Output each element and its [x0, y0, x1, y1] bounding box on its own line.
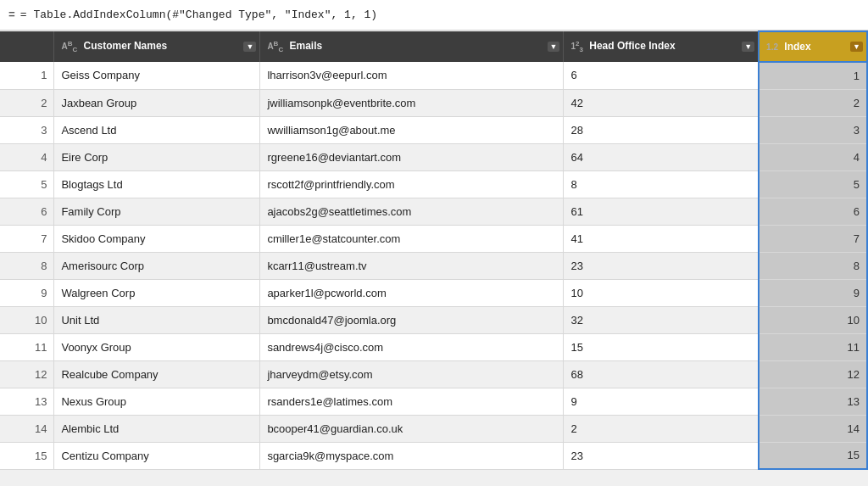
- cell-row-num: 4: [0, 143, 54, 170]
- table-row: 3Ascend Ltdwwilliamson1g@about.me283: [0, 116, 867, 143]
- cell-head-office: 23: [564, 252, 759, 279]
- cell-row-num: 13: [0, 388, 54, 415]
- table-body: 1Geiss Companylharrison3v@eepurl.com612J…: [0, 62, 867, 469]
- cell-email: kcarr11@ustream.tv: [260, 252, 564, 279]
- table-row: 2Jaxbean Groupjwilliamsonpk@eventbrite.c…: [0, 89, 867, 116]
- cell-head-office: 8: [564, 170, 759, 198]
- table-row: 1Geiss Companylharrison3v@eepurl.com61: [0, 62, 867, 89]
- cell-index: 7: [759, 225, 867, 252]
- cell-index: 4: [759, 143, 867, 170]
- cell-row-num: 5: [0, 170, 54, 198]
- cell-row-num: 15: [0, 442, 54, 469]
- cell-head-office: 15: [564, 333, 759, 360]
- num-icon-head-office: 123: [570, 42, 582, 51]
- cell-customer-name: Amerisourc Corp: [54, 252, 260, 279]
- table-row: 5Blogtags Ltdrscott2f@printfriendly.com8…: [0, 170, 867, 198]
- cell-email: jharveydm@etsy.com: [260, 360, 564, 388]
- cell-email: rscott2f@printfriendly.com: [260, 170, 564, 198]
- col-header-customer-names[interactable]: ABC Customer Names ▼: [54, 31, 260, 62]
- cell-customer-name: Unit Ltd: [54, 306, 260, 333]
- table-row: 14Alembic Ltdbcooper41@guardian.co.uk214: [0, 415, 867, 442]
- table-row: 12Realcube Companyjharveydm@etsy.com6812: [0, 360, 867, 388]
- cell-index: 15: [759, 442, 867, 469]
- cell-index: 2: [759, 89, 867, 116]
- cell-index: 11: [759, 333, 867, 360]
- table-row: 4Eire Corprgreene16@deviantart.com644: [0, 143, 867, 170]
- table-row: 6Family Corpajacobs2g@seattletimes.com61…: [0, 198, 867, 225]
- dropdown-arrow-customer[interactable]: ▼: [243, 42, 256, 52]
- data-table-container: ABC Customer Names ▼ ABC Emails ▼ 123 He…: [0, 31, 868, 486]
- cell-head-office: 41: [564, 225, 759, 252]
- table-header-row: ABC Customer Names ▼ ABC Emails ▼ 123 He…: [0, 31, 867, 62]
- cell-index: 1: [759, 62, 867, 89]
- dropdown-arrow-emails[interactable]: ▼: [548, 42, 560, 52]
- cell-customer-name: Ascend Ltd: [54, 116, 260, 143]
- cell-head-office: 32: [564, 306, 759, 333]
- cell-customer-name: Skidoo Company: [54, 225, 260, 252]
- cell-customer-name: Walgreen Corp: [54, 279, 260, 306]
- cell-row-num: 11: [0, 333, 54, 360]
- cell-email: rgreene16@deviantart.com: [260, 143, 564, 170]
- cell-customer-name: Alembic Ltd: [54, 415, 260, 442]
- cell-customer-name: Eire Corp: [54, 143, 260, 170]
- cell-email: lharrison3v@eepurl.com: [260, 62, 564, 89]
- cell-email: aparker1l@pcworld.com: [260, 279, 564, 306]
- num-icon-index: 1.2: [766, 42, 778, 52]
- col-header-rownum: [0, 31, 54, 62]
- cell-customer-name: Family Corp: [54, 198, 260, 225]
- col-header-index[interactable]: 1.2 Index ▼: [759, 31, 867, 62]
- table-row: 10Unit Ltdbmcdonald47@joomla.org3210: [0, 306, 867, 333]
- cell-customer-name: Realcube Company: [54, 360, 260, 388]
- col-header-head-office[interactable]: 123 Head Office Index ▼: [564, 31, 759, 62]
- cell-head-office: 28: [564, 116, 759, 143]
- cell-row-num: 12: [0, 360, 54, 388]
- cell-row-num: 10: [0, 306, 54, 333]
- cell-email: sgarcia9k@myspace.com: [260, 442, 564, 469]
- cell-head-office: 42: [564, 89, 759, 116]
- table-row: 9Walgreen Corpaparker1l@pcworld.com109: [0, 279, 867, 306]
- dropdown-arrow-head-office[interactable]: ▼: [742, 42, 754, 52]
- cell-index: 14: [759, 415, 867, 442]
- cell-row-num: 2: [0, 89, 54, 116]
- abc-icon-customer: ABC: [61, 42, 77, 51]
- cell-head-office: 61: [564, 198, 759, 225]
- cell-email: ajacobs2g@seattletimes.com: [260, 198, 564, 225]
- cell-email: sandrews4j@cisco.com: [260, 333, 564, 360]
- cell-customer-name: Nexus Group: [54, 388, 260, 415]
- col-header-emails[interactable]: ABC Emails ▼: [260, 31, 564, 62]
- table-row: 7Skidoo Companycmiller1e@statcounter.com…: [0, 225, 867, 252]
- cell-customer-name: Blogtags Ltd: [54, 170, 260, 198]
- cell-row-num: 7: [0, 225, 54, 252]
- table-row: 13Nexus Grouprsanders1e@latimes.com913: [0, 388, 867, 415]
- cell-index: 5: [759, 170, 867, 198]
- formula-bar: = = Table.AddIndexColumn(#"Changed Type"…: [0, 0, 868, 31]
- cell-index: 3: [759, 116, 867, 143]
- cell-index: 8: [759, 252, 867, 279]
- cell-head-office: 64: [564, 143, 759, 170]
- cell-head-office: 6: [564, 62, 759, 89]
- cell-head-office: 10: [564, 279, 759, 306]
- data-table: ABC Customer Names ▼ ABC Emails ▼ 123 He…: [0, 31, 868, 470]
- cell-head-office: 9: [564, 388, 759, 415]
- table-row: 11Voonyx Groupsandrews4j@cisco.com1511: [0, 333, 867, 360]
- dropdown-arrow-index[interactable]: ▼: [850, 42, 863, 52]
- cell-row-num: 3: [0, 116, 54, 143]
- cell-email: bcooper41@guardian.co.uk: [260, 415, 564, 442]
- formula-text: = Table.AddIndexColumn(#"Changed Type", …: [20, 8, 377, 21]
- cell-row-num: 8: [0, 252, 54, 279]
- cell-index: 13: [759, 388, 867, 415]
- cell-row-num: 14: [0, 415, 54, 442]
- cell-email: cmiller1e@statcounter.com: [260, 225, 564, 252]
- table-row: 8Amerisourc Corpkcarr11@ustream.tv238: [0, 252, 867, 279]
- table-row: 15Centizu Companysgarcia9k@myspace.com23…: [0, 442, 867, 469]
- cell-index: 6: [759, 198, 867, 225]
- cell-index: 9: [759, 279, 867, 306]
- cell-customer-name: Centizu Company: [54, 442, 260, 469]
- cell-index: 10: [759, 306, 867, 333]
- abc-icon-emails: ABC: [267, 42, 283, 51]
- cell-email: jwilliamsonpk@eventbrite.com: [260, 89, 564, 116]
- cell-index: 12: [759, 360, 867, 388]
- cell-customer-name: Geiss Company: [54, 62, 260, 89]
- formula-equals: =: [8, 8, 15, 21]
- cell-row-num: 1: [0, 62, 54, 89]
